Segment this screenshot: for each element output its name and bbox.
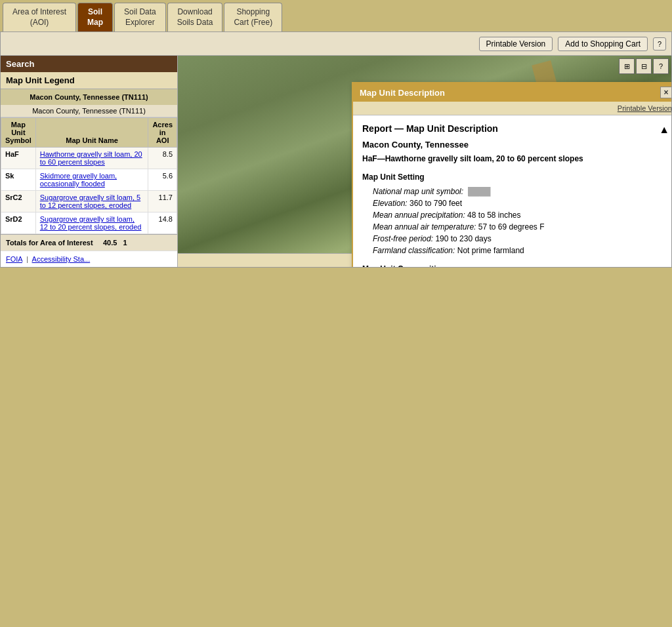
totals-label: Totals for Area of Interest bbox=[6, 239, 93, 247]
sidebar-footer: FOIA | Accessibility Sta... bbox=[1, 251, 177, 267]
main-container: Printable Version Add to Shopping Cart ?… bbox=[0, 31, 672, 268]
map-tool-1[interactable]: ⊞ bbox=[619, 58, 635, 74]
tab-shopping-cart[interactable]: ShoppingCart (Free) bbox=[224, 3, 282, 31]
map-tool-3[interactable]: ? bbox=[653, 58, 669, 74]
row-acres: 11.7 bbox=[148, 191, 177, 212]
row-acres: 5.6 bbox=[148, 169, 177, 191]
row-name[interactable]: Skidmore gravelly loam, occasionally flo… bbox=[35, 169, 148, 191]
farmland-value: Not prime farmland bbox=[457, 246, 524, 255]
search-label: Search bbox=[1, 56, 177, 72]
content-area: Search Map Unit Legend Macon County, Ten… bbox=[1, 56, 671, 267]
table-row: HaF Hawthorne gravelly silt loam, 20 to … bbox=[1, 148, 177, 169]
top-navigation: Area of Interest(AOI) SoilMap Soil DataE… bbox=[0, 0, 672, 31]
modal-printable-button[interactable]: Printable Version bbox=[618, 104, 671, 112]
tab-download-soils-data[interactable]: DownloadSoils Data bbox=[167, 3, 223, 31]
frost-value: 190 to 230 days bbox=[435, 234, 491, 243]
precip-value: 48 to 58 inches bbox=[467, 211, 520, 220]
national-symbol-value: ████ bbox=[468, 187, 490, 196]
temp-line: Mean annual air temperature: 57 to 69 de… bbox=[362, 221, 669, 233]
map-tool-2[interactable]: ⊟ bbox=[636, 58, 652, 74]
row-name[interactable]: Sugargrove gravelly silt loam, 5 to 12 p… bbox=[35, 191, 148, 212]
map-unit-table: MapUnitSymbol Map Unit Name AcresinAOI H… bbox=[1, 117, 177, 234]
frost-line: Frost-free period: 190 to 230 days bbox=[362, 233, 669, 245]
add-to-shopping-cart-button[interactable]: Add to Shopping Cart bbox=[558, 37, 648, 51]
report-scroll-up[interactable]: ▲ bbox=[659, 122, 669, 138]
col-symbol: MapUnitSymbol bbox=[1, 118, 36, 148]
modal-subbar: Printable Version bbox=[353, 102, 671, 115]
sidebar: Search Map Unit Legend Macon County, Ten… bbox=[1, 56, 178, 267]
county-sub: Macon County, Tennessee (TN111) bbox=[1, 105, 177, 117]
modal-close-button[interactable]: × bbox=[660, 87, 671, 98]
table-row: SrC2 Sugargrove gravelly silt loam, 5 to… bbox=[1, 191, 177, 212]
row-symbol: HaF bbox=[1, 148, 36, 169]
county-name: Macon County, Tennessee (TN111) bbox=[1, 89, 177, 105]
totals-acres: 40.5 bbox=[103, 239, 117, 247]
temp-value: 57 to 69 degrees F bbox=[478, 222, 545, 232]
report-title: Report — Map Unit Description bbox=[362, 122, 498, 136]
row-name[interactable]: Sugargrove gravelly silt loam, 12 to 20 … bbox=[35, 212, 148, 234]
elevation-line: Elevation: 360 to 790 feet bbox=[362, 197, 669, 209]
national-symbol-label: National map unit symbol: bbox=[373, 187, 463, 196]
elevation-label: Elevation: bbox=[373, 199, 408, 208]
elevation-value-text: 360 to 790 feet bbox=[410, 199, 462, 208]
row-symbol: Sk bbox=[1, 169, 36, 191]
modal-content[interactable]: Report — Map Unit Description ▲ Macon Co… bbox=[353, 115, 671, 267]
modal-map-unit-description: Map Unit Description × Printable Version… bbox=[352, 82, 671, 267]
national-symbol-line: National map unit symbol: ████ bbox=[362, 186, 669, 197]
top-bar: Printable Version Add to Shopping Cart ? bbox=[1, 32, 671, 56]
accessibility-link[interactable]: Accessibility Sta... bbox=[32, 255, 91, 263]
precip-label: Mean annual precipitation: bbox=[373, 211, 465, 220]
row-acres: 8.5 bbox=[148, 148, 177, 169]
report-county: Macon County, Tennessee bbox=[362, 138, 669, 152]
tab-soil-data-explorer[interactable]: Soil DataExplorer bbox=[114, 3, 166, 31]
temp-label: Mean annual air temperature: bbox=[373, 222, 476, 232]
report-map-unit: HaF—Hawthorne gravelly silt loam, 20 to … bbox=[362, 153, 669, 165]
map-area[interactable]: ⊞ ⊟ ? .gov | White House Map Unit Descri… bbox=[178, 56, 671, 267]
help-button[interactable]: ? bbox=[653, 37, 666, 51]
precipitation-line: Mean annual precipitation: 48 to 58 inch… bbox=[362, 209, 669, 221]
map-unit-setting-heading: Map Unit Setting bbox=[362, 171, 669, 183]
farmland-line: Farmland classification: Not prime farml… bbox=[362, 245, 669, 256]
col-name: Map Unit Name bbox=[35, 118, 148, 148]
modal-titlebar: Map Unit Description × bbox=[353, 83, 671, 102]
row-name[interactable]: Hawthorne gravelly silt loam, 20 to 60 p… bbox=[35, 148, 148, 169]
frost-label: Frost-free period: bbox=[373, 234, 433, 243]
totals-row: Totals for Area of Interest 40.5 1 bbox=[1, 234, 177, 251]
farmland-label: Farmland classification: bbox=[373, 246, 455, 255]
row-symbol: SrD2 bbox=[1, 212, 36, 234]
map-unit-legend-title: Map Unit Legend bbox=[1, 72, 177, 89]
foia-link[interactable]: FOIA bbox=[6, 255, 22, 263]
modal-title: Map Unit Description bbox=[360, 88, 445, 98]
composition-heading: Map Unit Composition bbox=[362, 263, 669, 268]
tab-aoi[interactable]: Area of Interest(AOI) bbox=[3, 3, 76, 31]
table-row: SrD2 Sugargrove gravelly silt loam, 12 t… bbox=[1, 212, 177, 234]
printable-version-button[interactable]: Printable Version bbox=[479, 37, 553, 51]
table-row: Sk Skidmore gravelly loam, occasionally … bbox=[1, 169, 177, 191]
tab-soil-map[interactable]: SoilMap bbox=[77, 3, 113, 31]
totals-col2: 1 bbox=[123, 239, 127, 247]
map-toolbar: ⊞ ⊟ ? bbox=[619, 58, 669, 74]
row-symbol: SrC2 bbox=[1, 191, 36, 212]
col-acres: AcresinAOI bbox=[148, 118, 177, 148]
row-acres: 14.8 bbox=[148, 212, 177, 234]
